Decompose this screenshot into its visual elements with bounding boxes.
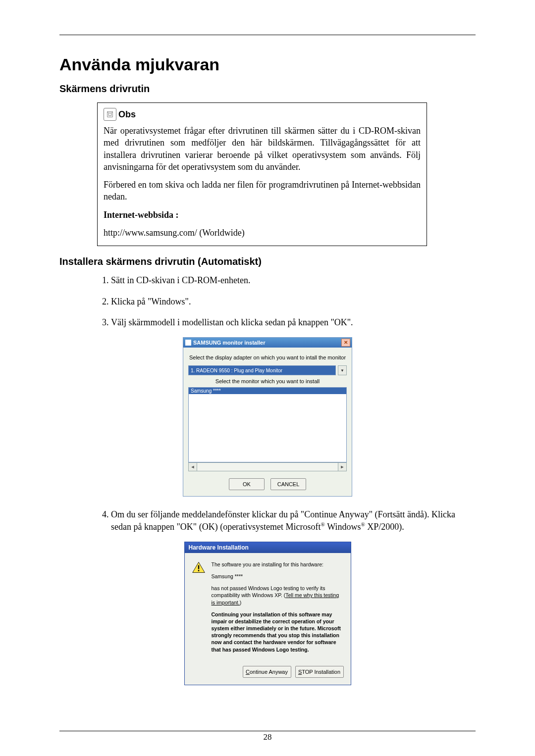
svg-rect-1	[198, 565, 199, 569]
step-2: Klicka på "Windows".	[111, 296, 476, 307]
step4-text-b: Windows	[325, 522, 361, 532]
obs-header: Obs	[104, 108, 421, 121]
monitor-listbox[interactable]: Samsung ****	[188, 387, 347, 462]
bottom-rule	[59, 731, 476, 731]
stop-rest: TOP Installation	[302, 669, 340, 675]
list-item-selected[interactable]: Samsung ****	[189, 388, 346, 394]
continue-rest: ontinue Anyway	[250, 669, 288, 675]
scroll-right-icon[interactable]: ►	[338, 463, 346, 471]
adapter-dropdown[interactable]: 1. RADEON 9550 : Plug and Play Monitor	[188, 365, 336, 375]
step-4: Om du ser följande meddelandefönster kli…	[111, 508, 476, 533]
top-rule	[59, 35, 476, 35]
hw-device-name: Samsung ****	[212, 573, 344, 580]
registered-icon: ®	[361, 521, 365, 527]
installer-dialog: SAMSUNG monitor installer ✕ Select the d…	[183, 337, 352, 497]
page-number: 28	[0, 732, 535, 742]
app-icon	[185, 340, 191, 346]
hw-titlebar: Hardware Installation	[185, 542, 351, 553]
stop-installation-button[interactable]: STOP Installation	[295, 666, 344, 678]
obs-paragraph-1: När operativsystemet frågar efter drivru…	[104, 125, 421, 173]
step4-text-c: XP/2000).	[365, 522, 404, 532]
continue-anyway-button[interactable]: Continue Anyway	[243, 666, 291, 678]
continue-accel: C	[246, 669, 250, 675]
step-1: Sätt in CD-skivan i CD-ROM-enheten.	[111, 274, 476, 286]
svg-rect-2	[198, 570, 199, 571]
obs-label: Obs	[118, 108, 136, 120]
hw-line1: The software you are installing for this…	[212, 561, 344, 568]
obs-paragraph-2: Förbered en tom skiva och ladda ner file…	[104, 179, 421, 203]
hw-line2: has not passed Windows Logo testing to v…	[212, 585, 344, 606]
installer-titlebar: SAMSUNG monitor installer ✕	[183, 338, 352, 348]
registered-icon: ®	[321, 521, 325, 527]
obs-box: Obs När operativsystemet frågar efter dr…	[97, 102, 427, 246]
internet-label: Internet-webbsida :	[104, 210, 179, 220]
hw-line2b: )	[240, 600, 242, 605]
step-3: Välj skärmmodell i modellistan och klick…	[111, 316, 476, 328]
installer-title: SAMSUNG monitor installer	[193, 340, 265, 346]
horizontal-scrollbar[interactable]: ◄ ►	[188, 462, 347, 471]
cancel-button[interactable]: CANCEL	[270, 478, 306, 490]
close-icon[interactable]: ✕	[341, 339, 350, 347]
installer-prompt1: Select the display adapter on which you …	[188, 354, 347, 360]
internet-url: http://www.samsung.com/ (Worldwide)	[104, 227, 421, 239]
chevron-down-icon[interactable]: ▼	[338, 365, 347, 375]
page-title: Använda mjukvaran	[59, 55, 476, 74]
section1-heading: Skärmens drivrutin	[59, 83, 476, 95]
steps-list: Sätt in CD-skivan i CD-ROM-enheten. Klic…	[97, 274, 476, 328]
warning-icon	[192, 561, 206, 574]
section2-heading: Installera skärmens drivrutin (Automatis…	[59, 256, 476, 267]
installer-prompt2: Select the monitor which you want to ins…	[188, 378, 347, 384]
scroll-left-icon[interactable]: ◄	[189, 463, 197, 471]
note-icon	[104, 108, 116, 121]
steps-list-continued: Om du ser följande meddelandefönster kli…	[97, 508, 476, 533]
hw-bold-warning: Continuing your installation of this sof…	[212, 611, 344, 653]
ok-button[interactable]: OK	[229, 478, 265, 490]
hardware-warning-dialog: Hardware Installation The software you a…	[184, 542, 351, 685]
scroll-track[interactable]	[197, 463, 338, 471]
